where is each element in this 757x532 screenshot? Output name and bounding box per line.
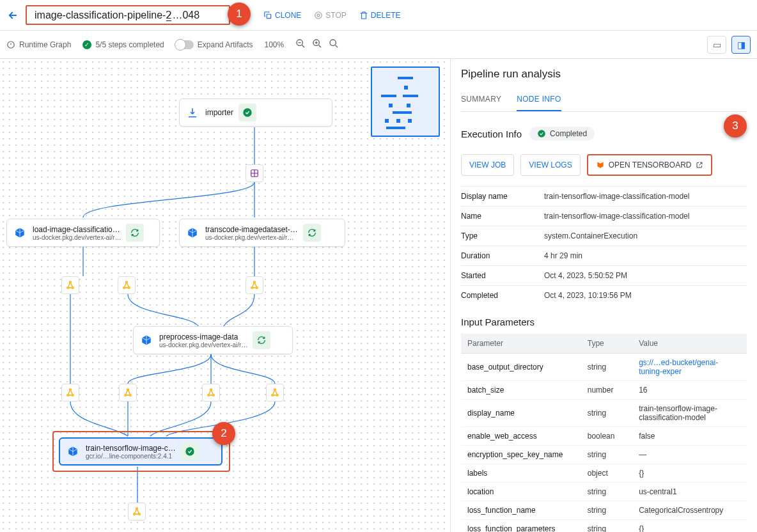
execution-info-title: Execution Info bbox=[461, 129, 522, 139]
artifact-icon[interactable] bbox=[246, 276, 263, 294]
view-mode-2-icon[interactable]: ◨ bbox=[731, 36, 751, 54]
svg-point-22 bbox=[125, 395, 127, 396]
artifact-icon[interactable] bbox=[266, 384, 284, 402]
link[interactable]: gs://…ed-bucket/genai-tuning-exper bbox=[639, 358, 718, 376]
graph-canvas[interactable]: importer load-image-classificatio…us-doc… bbox=[0, 59, 450, 532]
kv-value: Oct 4, 2023, 10:19:56 PM bbox=[544, 291, 747, 300]
node-load-image[interactable]: load-image-classificatio…us-docker.pkg.d… bbox=[6, 219, 160, 247]
runtime-graph-toggle[interactable]: Runtime Graph bbox=[6, 40, 71, 49]
status-complete-icon bbox=[238, 104, 256, 121]
topbar: image-classification-pipeline-2̲…048 1 C… bbox=[0, 0, 757, 31]
toolbar: Runtime Graph ✓ 5/5 steps completed Expa… bbox=[0, 31, 757, 59]
param-value: false bbox=[632, 427, 747, 446]
param-type: string bbox=[581, 446, 632, 464]
stop-label: STOP bbox=[325, 11, 346, 20]
param-type: string bbox=[581, 483, 632, 501]
kv-row: Duration4 hr 29 min bbox=[461, 246, 747, 265]
node-importer[interactable]: importer bbox=[179, 98, 332, 127]
status-badge-label: Completed bbox=[550, 129, 587, 138]
pane-title: Pipeline run analysis bbox=[461, 68, 747, 81]
svg-point-27 bbox=[274, 389, 276, 391]
param-type: string bbox=[581, 520, 632, 533]
artifact-icon[interactable] bbox=[128, 503, 146, 520]
node-preprocess[interactable]: preprocess-image-dataus-docker.pkg.dev/v… bbox=[133, 326, 293, 354]
details-pane: Pipeline run analysis SUMMARY NODE INFO … bbox=[450, 59, 757, 532]
param-name: batch_size bbox=[461, 381, 581, 400]
steps-label: 5/5 steps completed bbox=[95, 40, 164, 49]
pipeline-title: image-classification-pipeline-2̲…048 bbox=[26, 5, 230, 25]
expand-artifacts-toggle[interactable]: Expand Artifacts bbox=[176, 40, 253, 49]
tab-node-info[interactable]: NODE INFO bbox=[517, 88, 561, 111]
kv-key: Type bbox=[461, 231, 544, 240]
view-logs-button[interactable]: VIEW LOGS bbox=[520, 154, 580, 176]
artifact-icon[interactable] bbox=[61, 384, 79, 402]
node-transcode-title: transcode-imagedataset-… bbox=[205, 225, 298, 234]
view-mode-1-icon[interactable]: ▭ bbox=[707, 36, 726, 54]
kv-row: CompletedOct 4, 2023, 10:19:56 PM bbox=[461, 285, 747, 305]
kv-row: Nametrain-tensorflow-image-classificatio… bbox=[461, 206, 747, 226]
col-type: Type bbox=[581, 334, 632, 354]
param-name: base_output_directory bbox=[461, 354, 581, 381]
kv-key: Completed bbox=[461, 291, 544, 300]
artifact-grid-icon[interactable] bbox=[246, 164, 263, 182]
param-name: enable_web_access bbox=[461, 427, 581, 446]
node-transcode[interactable]: transcode-imagedataset-…us-docker.pkg.de… bbox=[179, 219, 345, 247]
stop-button[interactable]: STOP bbox=[310, 8, 350, 22]
param-type: string bbox=[581, 400, 632, 427]
runtime-graph-label: Runtime Graph bbox=[19, 40, 71, 49]
delete-button[interactable]: DELETE bbox=[355, 8, 405, 22]
status-cached-icon bbox=[303, 224, 321, 242]
svg-point-19 bbox=[67, 395, 69, 396]
tab-summary[interactable]: SUMMARY bbox=[461, 88, 501, 111]
artifact-icon[interactable] bbox=[202, 384, 220, 402]
table-row: base_output_directorystringgs://…ed-buck… bbox=[461, 354, 747, 381]
delete-label: DELETE bbox=[371, 11, 401, 20]
table-row: display_namestringtrain-tensorflow-image… bbox=[461, 400, 747, 427]
svg-point-20 bbox=[72, 395, 74, 396]
svg-point-1 bbox=[315, 12, 322, 19]
kv-value: train-tensorflow-image-classification-mo… bbox=[544, 212, 747, 221]
param-value: CategoricalCrossentropy bbox=[632, 501, 747, 520]
svg-point-23 bbox=[130, 395, 132, 396]
execution-kv-list: Display nametrain-tensorflow-image-class… bbox=[461, 186, 747, 305]
kv-row: Typesystem.ContainerExecution bbox=[461, 226, 747, 246]
svg-point-14 bbox=[129, 287, 130, 289]
node-preprocess-sub: us-docker.pkg.dev/vertex-ai/r… bbox=[159, 341, 247, 348]
svg-point-12 bbox=[126, 281, 128, 283]
param-name: display_name bbox=[461, 400, 581, 427]
kv-value: Oct 4, 2023, 5:50:52 PM bbox=[544, 271, 747, 280]
param-value: us-central1 bbox=[632, 483, 747, 501]
pipeline-title-text: image-classification-pipeline-2̲…048 bbox=[35, 10, 199, 20]
svg-point-24 bbox=[210, 389, 212, 391]
svg-point-32 bbox=[134, 513, 136, 515]
param-value: 16 bbox=[632, 381, 747, 400]
minimap[interactable] bbox=[371, 66, 440, 137]
kv-value: system.ContainerExecution bbox=[544, 231, 747, 240]
svg-point-29 bbox=[277, 395, 279, 396]
steps-status: ✓ 5/5 steps completed bbox=[82, 40, 164, 49]
toggle-icon[interactable] bbox=[176, 40, 194, 49]
node-importer-title: importer bbox=[205, 108, 233, 117]
svg-rect-0 bbox=[267, 14, 270, 18]
svg-point-30 bbox=[185, 447, 194, 455]
cube-icon bbox=[139, 332, 154, 348]
node-train-title: train-tensorflow-image-c… bbox=[86, 444, 176, 453]
artifact-icon[interactable] bbox=[61, 276, 79, 294]
node-train-tensorflow[interactable]: train-tensorflow-image-c…gcr.io/…line-co… bbox=[59, 437, 222, 465]
view-job-button[interactable]: VIEW JOB bbox=[461, 154, 514, 176]
open-tensorboard-button[interactable]: OPEN TENSORBOARD bbox=[587, 154, 712, 176]
cube-icon bbox=[185, 225, 200, 240]
parameters-table: Parameter Type Value base_output_directo… bbox=[461, 334, 747, 532]
callout-1: 1 bbox=[228, 3, 251, 26]
back-arrow-icon[interactable] bbox=[5, 8, 20, 23]
callout-2: 2 bbox=[212, 422, 235, 445]
zoom-reset-icon[interactable] bbox=[329, 38, 339, 51]
param-name: encryption_spec_key_name bbox=[461, 446, 581, 464]
node-preprocess-title: preprocess-image-data bbox=[159, 332, 247, 341]
artifact-icon[interactable] bbox=[119, 384, 137, 402]
zoom-in-icon[interactable] bbox=[312, 38, 322, 51]
clone-button[interactable]: CLONE bbox=[260, 8, 305, 22]
cube-icon bbox=[65, 444, 81, 459]
artifact-icon[interactable] bbox=[118, 276, 136, 294]
zoom-out-icon[interactable] bbox=[295, 38, 306, 51]
